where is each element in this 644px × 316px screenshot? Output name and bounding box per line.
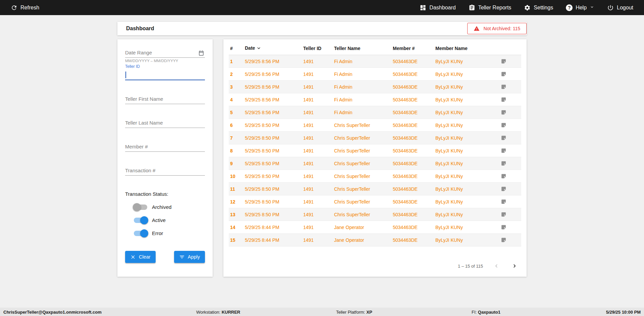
nav-settings[interactable]: Settings	[524, 4, 553, 11]
table-row[interactable]: 10 5/29/25 8:50 PM 1491 Chris SuperTelle…	[229, 170, 521, 183]
cell-teller-name: Chris SuperTeller	[333, 157, 391, 170]
error-switch[interactable]	[134, 231, 147, 236]
cell-date: 5/29/25 8:56 PM	[244, 93, 302, 106]
cell-teller-name: Fi Admin	[333, 93, 391, 106]
table-row[interactable]: 13 5/29/25 8:50 PM 1491 Chris SuperTelle…	[229, 208, 521, 221]
teller-first-name-input[interactable]	[125, 94, 205, 104]
apply-button[interactable]: Apply	[174, 251, 205, 263]
nav-logout[interactable]: Logout	[607, 4, 633, 11]
note-icon[interactable]	[501, 186, 506, 192]
next-page-button[interactable]	[510, 261, 519, 271]
cell-teller-id: 1491	[302, 195, 333, 208]
column-header-member-name[interactable]: Member Name	[434, 41, 499, 55]
cell-teller-id: 1491	[302, 170, 333, 183]
active-switch[interactable]	[134, 218, 147, 223]
footer-fi-value: Qaxpauto1	[478, 309, 500, 314]
cell-note[interactable]	[499, 81, 521, 93]
cell-date: 5/29/25 8:56 PM	[244, 81, 302, 93]
note-icon[interactable]	[501, 84, 506, 90]
prev-page-button[interactable]	[492, 261, 501, 271]
footer-workstation: Workstation: KURRER	[196, 309, 240, 314]
calendar-icon[interactable]	[198, 50, 204, 57]
cell-note[interactable]	[499, 170, 521, 183]
archived-switch[interactable]	[134, 205, 147, 210]
note-icon[interactable]	[501, 122, 506, 128]
nav-label: Logout	[617, 5, 633, 11]
cell-note[interactable]	[499, 234, 521, 246]
cell-note[interactable]	[499, 183, 521, 195]
footer-platform-value: XP	[366, 309, 372, 314]
column-header-teller-name[interactable]: Teller Name	[333, 41, 391, 55]
cell-note[interactable]	[499, 157, 521, 170]
not-archived-badge[interactable]: Not Archived: 115	[467, 23, 527, 34]
table-row[interactable]: 2 5/29/25 8:56 PM 1491 Fi Admin 5034463D…	[229, 68, 521, 81]
refresh-button[interactable]: Refresh	[11, 4, 39, 11]
cell-member-name: ByLyJI KUNy	[434, 106, 499, 119]
cell-note[interactable]	[499, 221, 521, 234]
table-row[interactable]: 15 5/29/25 8:44 PM 1491 Jane Operator 50…	[229, 234, 521, 246]
nav-help[interactable]: ? Help	[566, 4, 594, 11]
column-header-teller-id[interactable]: Teller ID	[302, 41, 333, 55]
cell-note[interactable]	[499, 119, 521, 132]
column-header-date[interactable]: Date	[244, 41, 302, 55]
note-icon[interactable]	[501, 148, 506, 153]
teller-last-name-input[interactable]	[125, 118, 205, 128]
cell-note[interactable]	[499, 132, 521, 144]
cell-num: 12	[229, 195, 244, 208]
table-row[interactable]: 9 5/29/25 8:50 PM 1491 Chris SuperTeller…	[229, 157, 521, 170]
transaction-number-input[interactable]	[125, 165, 205, 176]
cell-teller-id: 1491	[302, 93, 333, 106]
table-row[interactable]: 5 5/29/25 8:56 PM 1491 Fi Admin 5034463D…	[229, 106, 521, 119]
table-body: 1 5/29/25 8:56 PM 1491 Fi Admin 5034463D…	[229, 55, 521, 246]
teller-last-name-field	[125, 118, 205, 128]
date-range-input[interactable]	[125, 47, 205, 58]
cell-teller-id: 1491	[302, 234, 333, 246]
note-icon[interactable]	[501, 161, 506, 166]
clipboard-icon	[469, 4, 475, 11]
cell-note[interactable]	[499, 195, 521, 208]
cell-note[interactable]	[499, 208, 521, 221]
note-icon[interactable]	[501, 109, 506, 115]
transactions-table: # Date Teller ID Teller Name Member # Me…	[229, 41, 521, 246]
note-icon[interactable]	[501, 237, 506, 243]
nav-dashboard[interactable]: Dashboard	[420, 4, 455, 11]
table-row[interactable]: 12 5/29/25 8:50 PM 1491 Chris SuperTelle…	[229, 195, 521, 208]
cell-num: 9	[229, 157, 244, 170]
cell-date: 5/29/25 8:44 PM	[244, 221, 302, 234]
note-icon[interactable]	[501, 97, 506, 102]
note-icon[interactable]	[501, 212, 506, 217]
table-row[interactable]: 7 5/29/25 8:50 PM 1491 Chris SuperTeller…	[229, 132, 521, 144]
nav-teller-reports[interactable]: Teller Reports	[469, 4, 512, 11]
note-icon[interactable]	[501, 71, 506, 77]
table-row[interactable]: 3 5/29/25 8:56 PM 1491 Fi Admin 5034463D…	[229, 81, 521, 93]
column-header-member-num[interactable]: Member #	[391, 41, 434, 55]
note-icon[interactable]	[501, 199, 506, 205]
clear-button[interactable]: Clear	[125, 251, 156, 263]
toggle-label: Archived	[152, 204, 171, 210]
table-row[interactable]: 14 5/29/25 8:44 PM 1491 Jane Operator 50…	[229, 221, 521, 234]
member-number-input[interactable]	[125, 141, 205, 152]
note-icon[interactable]	[501, 58, 506, 64]
cell-note[interactable]	[499, 55, 521, 68]
cell-note[interactable]	[499, 144, 521, 157]
table-row[interactable]: 6 5/29/25 8:50 PM 1491 Chris SuperTeller…	[229, 119, 521, 132]
nav-label: Teller Reports	[478, 5, 512, 11]
cell-note[interactable]	[499, 93, 521, 106]
table-row[interactable]: 1 5/29/25 8:56 PM 1491 Fi Admin 5034463D…	[229, 55, 521, 68]
topbar: Refresh Dashboard Teller Reports Setting…	[0, 0, 644, 15]
note-icon[interactable]	[501, 224, 506, 230]
cell-teller-id: 1491	[302, 81, 333, 93]
switch-thumb	[133, 203, 141, 211]
teller-id-input[interactable]	[125, 69, 205, 79]
note-icon[interactable]	[501, 173, 506, 179]
footer-datetime: 5/29/25 10:00 PM	[606, 309, 641, 314]
note-icon[interactable]	[501, 135, 506, 141]
refresh-icon	[11, 4, 17, 11]
table-row[interactable]: 4 5/29/25 8:56 PM 1491 Fi Admin 5034463D…	[229, 93, 521, 106]
table-row[interactable]: 11 5/29/25 8:50 PM 1491 Chris SuperTelle…	[229, 183, 521, 195]
cell-note[interactable]	[499, 106, 521, 119]
cell-note[interactable]	[499, 68, 521, 81]
dashboard-grid-icon	[420, 4, 426, 11]
table-row[interactable]: 8 5/29/25 8:50 PM 1491 Chris SuperTeller…	[229, 144, 521, 157]
switch-thumb	[140, 229, 148, 237]
